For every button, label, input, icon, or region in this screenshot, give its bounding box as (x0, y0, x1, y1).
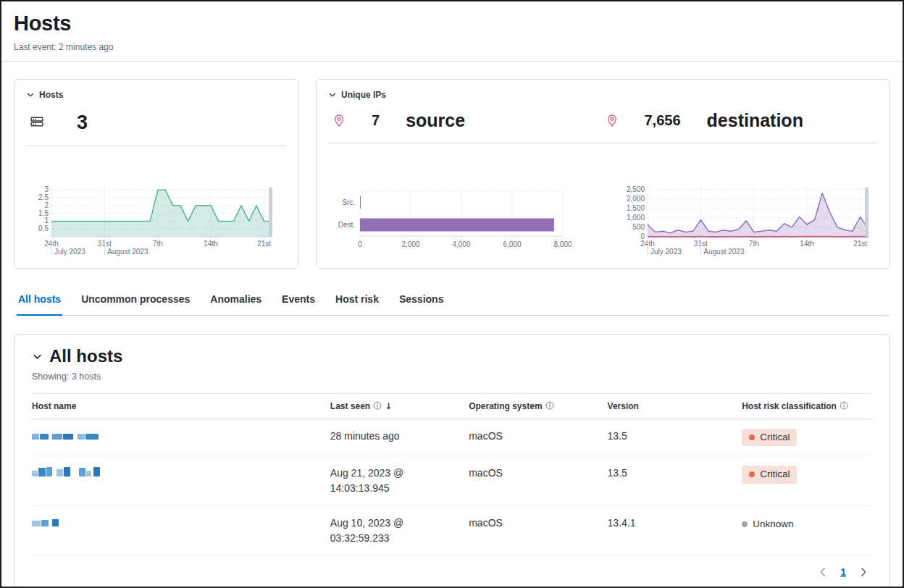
svg-text:500: 500 (632, 223, 645, 231)
page-title: Hosts (14, 12, 890, 35)
table-header: Host nameLast seen↓Operating systemVersi… (32, 394, 872, 419)
svg-text:August 2023: August 2023 (107, 248, 148, 256)
prev-page-button[interactable] (814, 563, 832, 581)
redaction-block (56, 469, 63, 476)
hosts-table: Host nameLast seen↓Operating systemVersi… (32, 393, 872, 556)
all-hosts-title: All hosts (49, 346, 122, 366)
hosts-panel-toggle[interactable]: Hosts (26, 90, 286, 100)
svg-text:2,000: 2,000 (627, 195, 645, 203)
hosts-kpi-panel: Hosts 3 32.521.510.524th31st7th14th21stJ… (14, 79, 298, 269)
info-icon[interactable] (840, 401, 848, 410)
all-hosts-toggle[interactable]: All hosts (32, 346, 872, 366)
svg-text:2,000: 2,000 (401, 240, 419, 248)
column-label: Operating system (469, 401, 542, 411)
host-name-cell (32, 456, 330, 506)
risk-label: Critical (760, 430, 790, 445)
destination-ips-count: 7,656 (645, 112, 681, 129)
map-pin-icon (332, 114, 346, 127)
risk-dot (749, 471, 755, 477)
svg-text:2,500: 2,500 (627, 185, 645, 193)
column-label: Version (608, 401, 639, 411)
redaction-block (32, 434, 39, 440)
redacted-host-name[interactable] (32, 516, 59, 526)
column-header-operating-system[interactable]: Operating system (469, 394, 607, 419)
unique-ips-area-chart: 2,5002,0001,5001,000500024th31st7th14th2… (620, 184, 875, 258)
last-seen-cell: 28 minutes ago (330, 419, 469, 456)
redaction-block (86, 471, 91, 476)
svg-text:August 2023: August 2023 (703, 248, 745, 256)
page-1-button[interactable]: 1 (834, 565, 852, 579)
host-name-cell (32, 506, 330, 556)
svg-text:0: 0 (358, 240, 362, 248)
svg-text:7th: 7th (152, 240, 162, 248)
column-header-host-risk-classification[interactable]: Host risk classification (742, 394, 872, 419)
svg-text:4,000: 4,000 (452, 240, 470, 248)
svg-text:0.5: 0.5 (38, 224, 49, 232)
svg-text:14th: 14th (800, 240, 813, 248)
svg-text:Src.: Src. (342, 198, 355, 206)
svg-text:14th: 14th (204, 240, 217, 248)
svg-text:8,000: 8,000 (553, 240, 572, 248)
tab-anomalies[interactable]: Anomalies (209, 287, 263, 316)
hosts-area-chart: 32.521.510.524th31st7th14th21stJuly 2023… (34, 184, 279, 258)
svg-text:1,000: 1,000 (627, 214, 645, 222)
showing-count: Showing: 3 hosts (32, 371, 872, 382)
next-page-button[interactable] (855, 563, 872, 581)
column-header-last-seen[interactable]: Last seen↓ (330, 394, 469, 419)
redaction-block (85, 434, 99, 440)
hosts-count: 3 (77, 112, 88, 134)
svg-text:1.5: 1.5 (38, 209, 49, 217)
source-ips-count: 7 (372, 112, 380, 129)
operating-system-cell: macOS (469, 456, 607, 506)
host-risk-cell: Critical (742, 419, 872, 456)
host-name-cell (32, 419, 330, 456)
column-header-version[interactable]: Version (608, 394, 742, 419)
svg-text:2.5: 2.5 (38, 193, 49, 201)
risk-dot (749, 434, 755, 440)
redaction-block (52, 434, 62, 440)
operating-system-cell: macOS (469, 419, 607, 456)
host-row-1: 28 minutes agomacOS13.5Critical (32, 419, 872, 456)
map-pin-icon (606, 114, 619, 127)
svg-text:7th: 7th (749, 240, 759, 248)
svg-text:21st: 21st (257, 240, 271, 248)
column-header-host-name[interactable]: Host name (32, 394, 330, 419)
risk-label: Critical (760, 467, 790, 482)
chevron-down-icon (26, 91, 35, 99)
info-icon[interactable] (373, 401, 382, 410)
column-label: Host risk classification (742, 401, 837, 411)
svg-text:July 2023: July 2023 (650, 248, 682, 256)
tab-events[interactable]: Events (280, 287, 317, 316)
svg-text:3: 3 (44, 185, 49, 193)
redaction-block (52, 519, 59, 526)
chevron-down-icon (328, 91, 337, 99)
last-seen-cell: Aug 21, 2023 @ 14:03:13.945 (330, 456, 469, 506)
redacted-host-name[interactable] (32, 466, 100, 476)
risk-badge-unknown: Unknown (742, 516, 800, 533)
tab-host-risk[interactable]: Host risk (334, 287, 380, 316)
sort-desc-icon: ↓ (385, 401, 392, 411)
hosts-page: Hosts Last event: 2 minutes ago Hosts (0, 0, 904, 588)
chevron-down-icon (32, 351, 43, 362)
redacted-host-name[interactable] (32, 429, 99, 440)
tab-all-hosts[interactable]: All hosts (17, 287, 62, 316)
unique-ips-metrics: 7 source 7,656 destination (332, 110, 878, 131)
host-row-3: Aug 10, 2023 @ 03:32:59.233macOS13.4.1Un… (32, 506, 872, 556)
column-label: Last seen (330, 401, 370, 411)
unique-ips-panel-toggle[interactable]: Unique IPs (328, 90, 878, 100)
svg-text:6,000: 6,000 (503, 240, 521, 248)
chevron-left-icon (817, 566, 829, 578)
tab-uncommon-processes[interactable]: Uncommon processes (80, 287, 191, 316)
version-cell: 13.5 (608, 419, 742, 456)
divider (328, 143, 878, 143)
svg-text:21st: 21st (853, 240, 867, 248)
risk-dot (742, 521, 748, 527)
redaction-block (46, 467, 52, 476)
info-icon[interactable] (545, 401, 554, 410)
version-cell: 13.4.1 (608, 506, 742, 556)
last-event-text: Last event: 2 minutes ago (14, 42, 890, 52)
tabs: All hostsUncommon processesAnomaliesEven… (14, 287, 890, 316)
tab-sessions[interactable]: Sessions (398, 287, 445, 316)
redaction-block (64, 467, 70, 476)
svg-text:1,500: 1,500 (627, 204, 645, 212)
